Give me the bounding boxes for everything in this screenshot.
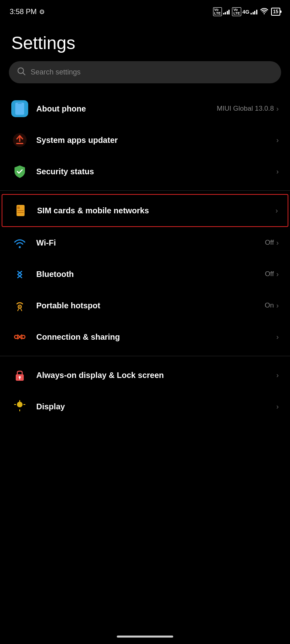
hotspot-label: Portable hotspot xyxy=(36,301,100,310)
security-chevron: › xyxy=(276,167,279,176)
svg-point-14 xyxy=(22,335,25,339)
updater-right: › xyxy=(276,136,279,144)
bluetooth-content: Bluetooth xyxy=(36,270,257,279)
hotspot-chevron: › xyxy=(276,301,279,310)
sim2-signal: VoLTE 4G xyxy=(232,7,257,16)
updater-chevron: › xyxy=(276,136,279,144)
about-phone-content: About phone xyxy=(36,104,209,114)
security-icon xyxy=(11,163,28,180)
security-content: Security status xyxy=(36,167,268,176)
updater-label: System apps updater xyxy=(36,136,118,144)
page-title: Settings xyxy=(0,21,290,61)
about-phone-icon xyxy=(11,100,28,117)
section-display: Always-on display & Lock screen › Displa… xyxy=(0,359,290,422)
search-icon xyxy=(17,67,26,78)
volte2-badge: VoLTE xyxy=(232,7,241,16)
sim-content: SIM cards & mobile networks xyxy=(37,206,267,215)
section-connectivity: SIM cards & mobile networks › Wi-Fi Off … xyxy=(0,194,290,353)
sim1-signal: VoLTE xyxy=(213,7,230,16)
always-on-display-content: Always-on display & Lock screen xyxy=(36,371,268,380)
sim-right: › xyxy=(276,206,278,215)
svg-rect-8 xyxy=(17,210,24,211)
connection-content: Connection & sharing xyxy=(36,332,268,342)
svg-rect-5 xyxy=(16,143,23,144)
sim-chevron: › xyxy=(276,206,278,215)
settings-item-system-apps-updater[interactable]: System apps updater › xyxy=(0,124,290,156)
settings-item-security-status[interactable]: Security status › xyxy=(0,156,290,187)
settings-item-wifi[interactable]: Wi-Fi Off › xyxy=(0,227,290,258)
svg-rect-9 xyxy=(17,212,24,213)
hotspot-value: On xyxy=(265,301,274,310)
connection-right: › xyxy=(276,333,279,341)
bluetooth-value: Off xyxy=(265,270,274,278)
display-right: › xyxy=(276,402,279,411)
divider-2 xyxy=(0,356,290,356)
updater-icon xyxy=(11,132,28,149)
updater-content: System apps updater xyxy=(36,136,268,145)
always-on-display-label: Always-on display & Lock screen xyxy=(36,371,164,380)
wifi-right: Off › xyxy=(265,239,279,247)
svg-point-10 xyxy=(19,246,21,248)
svg-rect-3 xyxy=(18,103,22,104)
display-content: Display xyxy=(36,402,268,411)
status-time: 3:58 PM ⚙ xyxy=(10,8,45,16)
bluetooth-chevron: › xyxy=(276,270,279,279)
status-icons: VoLTE VoLTE 4G 15 xyxy=(213,7,280,16)
settings-item-bluetooth[interactable]: Bluetooth Off › xyxy=(0,258,290,290)
svg-point-18 xyxy=(17,402,23,407)
about-phone-chevron: › xyxy=(276,105,279,113)
wifi-status-icon xyxy=(260,7,269,16)
time-text: 3:58 PM xyxy=(10,8,37,16)
search-placeholder-text: Search settings xyxy=(31,68,81,76)
svg-point-12 xyxy=(19,306,21,308)
sim-icon xyxy=(12,202,29,219)
battery-level: 15 xyxy=(273,9,278,14)
connection-icon xyxy=(11,328,28,345)
svg-point-13 xyxy=(14,335,18,339)
always-on-display-chevron: › xyxy=(276,371,279,380)
settings-item-sim-cards[interactable]: SIM cards & mobile networks › xyxy=(2,194,288,227)
status-bar: 3:58 PM ⚙ VoLTE VoLTE 4G xyxy=(0,0,290,21)
display-chevron: › xyxy=(276,402,279,411)
bluetooth-right: Off › xyxy=(265,270,279,279)
about-phone-value: MIUI Global 13.0.8 xyxy=(217,105,274,113)
always-on-display-right: › xyxy=(276,371,279,380)
section-top: About phone MIUI Global 13.0.8 › System … xyxy=(0,93,290,187)
volte1-badge: VoLTE xyxy=(213,7,222,16)
scroll-indicator xyxy=(117,636,173,638)
hotspot-content: Portable hotspot xyxy=(36,301,257,310)
settings-item-display[interactable]: Display › xyxy=(0,391,290,422)
wifi-icon xyxy=(11,234,28,251)
sim-label: SIM cards & mobile networks xyxy=(37,206,149,215)
display-icon xyxy=(11,398,28,415)
settings-item-hotspot[interactable]: Portable hotspot On › xyxy=(0,290,290,321)
settings-item-about-phone[interactable]: About phone MIUI Global 13.0.8 › xyxy=(0,93,290,124)
wifi-content: Wi-Fi xyxy=(36,238,257,248)
hotspot-right: On › xyxy=(265,301,279,310)
gear-icon: ⚙ xyxy=(39,8,45,16)
connection-label: Connection & sharing xyxy=(36,332,120,341)
svg-rect-7 xyxy=(17,206,20,209)
about-phone-label: About phone xyxy=(36,104,86,113)
security-label: Security status xyxy=(36,167,94,176)
search-bar[interactable]: Search settings xyxy=(9,61,281,83)
hotspot-icon xyxy=(11,297,28,314)
lock-icon xyxy=(11,367,28,384)
about-phone-right: MIUI Global 13.0.8 › xyxy=(217,105,279,113)
wifi-value: Off xyxy=(265,239,274,247)
settings-item-always-on-display[interactable]: Always-on display & Lock screen › xyxy=(0,359,290,391)
svg-line-1 xyxy=(23,73,25,75)
sim2-bars xyxy=(251,9,257,14)
bluetooth-icon xyxy=(11,266,28,283)
connection-chevron: › xyxy=(276,333,279,341)
wifi-label: Wi-Fi xyxy=(36,238,56,247)
battery-indicator: 15 xyxy=(271,8,280,16)
sim1-bars xyxy=(223,9,230,14)
settings-item-connection-sharing[interactable]: Connection & sharing › xyxy=(0,321,290,353)
security-right: › xyxy=(276,167,279,176)
display-label: Display xyxy=(36,402,65,411)
wifi-chevron: › xyxy=(276,239,279,247)
bluetooth-label: Bluetooth xyxy=(36,270,74,279)
svg-rect-2 xyxy=(15,103,24,115)
network-type: 4G xyxy=(242,9,249,15)
